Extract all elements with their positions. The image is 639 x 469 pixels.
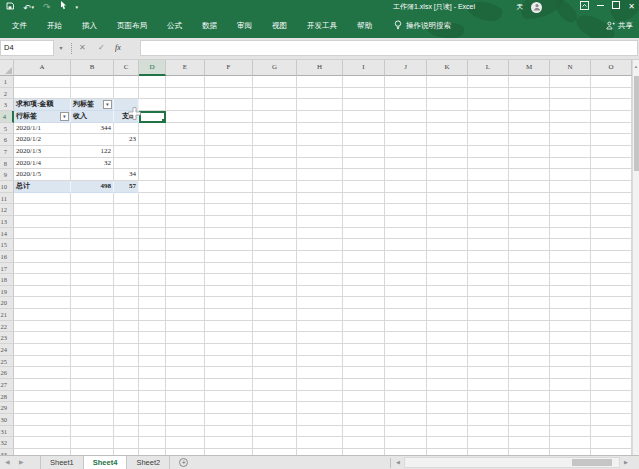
cell-D10[interactable] — [139, 181, 166, 193]
cell-E32[interactable] — [166, 437, 205, 449]
cell-O2[interactable] — [591, 88, 632, 100]
ribbon-tab-help[interactable]: 帮助 — [347, 14, 382, 38]
cell-E18[interactable] — [166, 274, 205, 286]
cell-H1[interactable] — [297, 76, 343, 88]
cell-C1[interactable] — [114, 76, 139, 88]
cell-J3[interactable] — [385, 99, 427, 111]
cell-E10[interactable] — [166, 181, 205, 193]
cell-E15[interactable] — [166, 239, 205, 251]
cell-B16[interactable] — [71, 251, 114, 263]
cell-J6[interactable] — [385, 134, 427, 146]
cell-K10[interactable] — [427, 181, 468, 193]
cell-O10[interactable] — [591, 181, 632, 193]
cell-I18[interactable] — [343, 274, 385, 286]
row-header-28[interactable]: 28 — [0, 391, 14, 403]
cell-L15[interactable] — [468, 239, 509, 251]
cell-J23[interactable] — [385, 332, 427, 344]
cell-D4[interactable] — [139, 111, 166, 123]
cell-A24[interactable] — [14, 344, 71, 356]
cell-D13[interactable] — [139, 216, 166, 228]
filter-dropdown-icon[interactable]: ▾ — [103, 100, 112, 109]
cell-A27[interactable] — [14, 379, 71, 391]
row-header-17[interactable]: 17 — [0, 263, 14, 275]
cell-B6[interactable] — [71, 134, 114, 146]
cell-B24[interactable] — [71, 344, 114, 356]
cell-J2[interactable] — [385, 88, 427, 100]
cell-B8[interactable]: 32 — [71, 158, 114, 170]
cell-J24[interactable] — [385, 344, 427, 356]
row-header-23[interactable]: 23 — [0, 332, 14, 344]
customize-qat-icon[interactable]: ▾ — [76, 1, 79, 13]
cell-L20[interactable] — [468, 297, 509, 309]
cell-I19[interactable] — [343, 286, 385, 298]
cell-F25[interactable] — [205, 356, 253, 368]
cell-K16[interactable] — [427, 251, 468, 263]
cell-E26[interactable] — [166, 367, 205, 379]
cell-J32[interactable] — [385, 437, 427, 449]
cell-L3[interactable] — [468, 99, 509, 111]
cell-F18[interactable] — [205, 274, 253, 286]
cell-C2[interactable] — [114, 88, 139, 100]
cell-L21[interactable] — [468, 309, 509, 321]
cell-F22[interactable] — [205, 321, 253, 333]
cell-O24[interactable] — [591, 344, 632, 356]
select-all-corner[interactable] — [0, 60, 14, 76]
cell-B12[interactable] — [71, 204, 114, 216]
ribbon-tab-home[interactable]: 开始 — [37, 14, 72, 38]
cell-E4[interactable] — [166, 111, 205, 123]
cell-J5[interactable] — [385, 123, 427, 135]
cell-H19[interactable] — [297, 286, 343, 298]
cell-N11[interactable] — [550, 193, 591, 205]
cell-B1[interactable] — [71, 76, 114, 88]
cell-I30[interactable] — [343, 414, 385, 426]
cell-B13[interactable] — [71, 216, 114, 228]
cell-G21[interactable] — [253, 309, 297, 321]
cell-C24[interactable] — [114, 344, 139, 356]
cell-D27[interactable] — [139, 379, 166, 391]
cell-A18[interactable] — [14, 274, 71, 286]
cell-O17[interactable] — [591, 263, 632, 275]
cell-H29[interactable] — [297, 402, 343, 414]
cell-I15[interactable] — [343, 239, 385, 251]
cell-I9[interactable] — [343, 169, 385, 181]
cell-G32[interactable] — [253, 437, 297, 449]
cell-C31[interactable] — [114, 426, 139, 438]
cell-M22[interactable] — [509, 321, 550, 333]
cell-G4[interactable] — [253, 111, 297, 123]
touch-mode-icon[interactable] — [60, 1, 67, 13]
cell-M26[interactable] — [509, 367, 550, 379]
cell-C29[interactable] — [114, 402, 139, 414]
cell-H16[interactable] — [297, 251, 343, 263]
cell-N8[interactable] — [550, 158, 591, 170]
cell-A22[interactable] — [14, 321, 71, 333]
cell-G2[interactable] — [253, 88, 297, 100]
cell-D17[interactable] — [139, 263, 166, 275]
cell-I17[interactable] — [343, 263, 385, 275]
cell-N27[interactable] — [550, 379, 591, 391]
cell-E5[interactable] — [166, 123, 205, 135]
cell-K30[interactable] — [427, 414, 468, 426]
cell-A32[interactable] — [14, 437, 71, 449]
cell-F19[interactable] — [205, 286, 253, 298]
cell-N5[interactable] — [550, 123, 591, 135]
cell-C9[interactable]: 34 — [114, 169, 139, 181]
row-header-21[interactable]: 21 — [0, 309, 14, 321]
cell-A30[interactable] — [14, 414, 71, 426]
sheet-tab-sheet1[interactable]: Sheet1 — [40, 456, 84, 469]
cell-K32[interactable] — [427, 437, 468, 449]
column-header-M[interactable]: M — [509, 60, 550, 76]
ribbon-tab-view[interactable]: 视图 — [262, 14, 297, 38]
cell-L30[interactable] — [468, 414, 509, 426]
formula-input[interactable] — [140, 40, 638, 56]
cell-D31[interactable] — [139, 426, 166, 438]
cell-M10[interactable] — [509, 181, 550, 193]
cell-C22[interactable] — [114, 321, 139, 333]
redo-icon[interactable]: ↷ — [43, 1, 51, 13]
cell-N2[interactable] — [550, 88, 591, 100]
cell-G9[interactable] — [253, 169, 297, 181]
cell-M21[interactable] — [509, 309, 550, 321]
cell-N32[interactable] — [550, 437, 591, 449]
cell-K9[interactable] — [427, 169, 468, 181]
column-header-E[interactable]: E — [166, 60, 205, 76]
cell-D2[interactable] — [139, 88, 166, 100]
